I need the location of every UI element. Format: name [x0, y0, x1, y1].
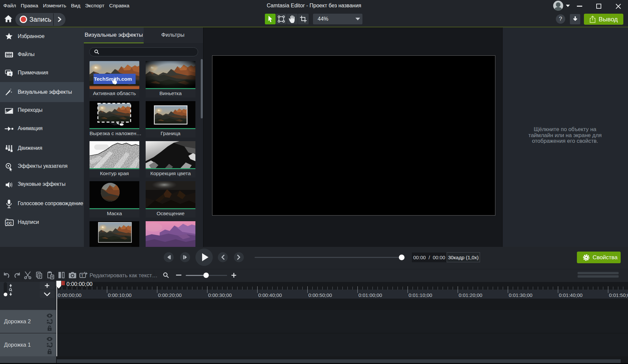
- svg-text:CC: CC: [6, 221, 12, 225]
- svg-text:T: T: [81, 274, 84, 278]
